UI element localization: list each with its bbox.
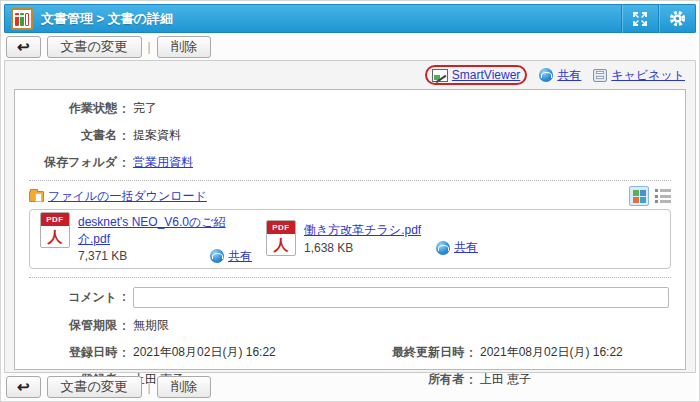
delete-button[interactable]: 削除	[157, 376, 212, 398]
settings-gear-icon	[669, 10, 686, 27]
change-document-button[interactable]: 文書の変更	[47, 36, 142, 58]
retention-row: 保管期限 : 無期限	[29, 312, 671, 339]
toolbar-separator: |	[148, 40, 151, 54]
registered-at-label: 登録日時	[29, 344, 117, 361]
file-size: 1,638 KB	[304, 241, 353, 255]
share-globe-icon	[539, 68, 553, 82]
toolbar-separator: |	[148, 380, 151, 394]
bulk-download-row: ファイルの一括ダウンロード	[29, 185, 671, 207]
retention-label: 保管期限	[29, 317, 117, 334]
view-toggles	[629, 186, 671, 206]
work-status-value: 完了	[133, 100, 157, 117]
tile-view-icon[interactable]	[629, 186, 649, 206]
file-share-link[interactable]: 共有	[228, 248, 252, 265]
smartviewer-highlight-ring: SmartViewer	[425, 65, 527, 85]
comment-label: コメント	[29, 289, 117, 306]
dotted-divider	[29, 277, 671, 278]
change-document-button[interactable]: 文書の変更	[47, 376, 142, 398]
work-status-label: 作業状態	[29, 100, 117, 117]
pdf-file-icon: PDF	[40, 212, 70, 248]
cabinet-icon	[593, 69, 607, 82]
owner-value: 上田 恵子	[480, 371, 531, 388]
share-globe-icon	[436, 241, 450, 255]
registered-at-value: 2021年08月02日(月) 16:22	[133, 344, 276, 361]
updated-at-label: 最終更新日時	[369, 344, 464, 361]
file-name-link[interactable]: desknet's NEO_V6.0のご紹介.pdf	[78, 214, 252, 248]
share-link[interactable]: 共有	[557, 67, 581, 84]
comment-input[interactable]	[133, 287, 669, 308]
file-name-link[interactable]: 働き方改革チラシ.pdf	[304, 222, 478, 239]
retention-value: 無期限	[133, 317, 169, 334]
work-status-row: 作業状態 : 完了	[29, 95, 671, 122]
folder-row: 保存フォルダ : 営業用資料	[29, 149, 671, 176]
settings-button[interactable]	[658, 4, 695, 33]
list-view-icon[interactable]	[655, 189, 671, 203]
title-bar: 文書管理 > 文書の詳細	[4, 4, 696, 33]
pdf-file-icon: PDF	[266, 220, 296, 256]
back-arrow-icon: ↩	[17, 38, 30, 56]
file-share-link[interactable]: 共有	[454, 239, 478, 256]
owner-label: 所有者	[369, 371, 464, 388]
document-name-label: 文書名	[29, 127, 117, 144]
file-entry: PDF 働き方改革チラシ.pdf 1,638 KB 共有	[266, 220, 478, 258]
document-detail-panel: 作業状態 : 完了 文書名 : 提案資料 保存フォルダ : 営業用資料 ファイル…	[14, 89, 686, 370]
cabinet-link[interactable]: キャビネット	[611, 67, 685, 84]
back-arrow-icon: ↩	[17, 378, 30, 396]
smartviewer-link[interactable]: SmartViewer	[452, 68, 520, 82]
content-area: SmartViewer 共有 キャビネット 作業状態 : 完了 文書名 : 提案…	[4, 60, 696, 373]
monitor-pen-icon	[432, 69, 448, 82]
dotted-divider	[29, 180, 671, 181]
document-name-value: 提案資料	[133, 127, 181, 144]
back-button[interactable]: ↩	[6, 36, 41, 58]
document-name-row: 文書名 : 提案資料	[29, 122, 671, 149]
delete-button[interactable]: 削除	[157, 36, 212, 58]
file-size: 7,371 KB	[78, 249, 127, 263]
page-title: 文書管理 > 文書の詳細	[41, 10, 621, 28]
folder-link[interactable]: 営業用資料	[133, 154, 193, 171]
share-globe-icon	[210, 249, 224, 263]
dates-row: 登録日時 : 2021年08月02日(月) 16:22 最終更新日時 : 202…	[29, 339, 671, 366]
file-entry: PDF desknet's NEO_V6.0のご紹介.pdf 7,371 KB …	[40, 212, 252, 267]
comment-row: コメント :	[29, 282, 671, 312]
attachment-box: PDF desknet's NEO_V6.0のご紹介.pdf 7,371 KB …	[29, 209, 671, 269]
updated-at-value: 2021年08月02日(月) 16:22	[480, 344, 623, 361]
document-binders-icon	[11, 8, 33, 30]
back-button[interactable]: ↩	[6, 376, 41, 398]
fullscreen-arrows-icon	[632, 11, 648, 27]
bulk-download-link[interactable]: ファイルの一括ダウンロード	[48, 188, 207, 205]
quick-links-row: SmartViewer 共有 キャビネット	[5, 61, 695, 89]
app-window: 文書管理 > 文書の詳細 ↩ 文書の変更 | 削除 SmartViewer	[0, 0, 700, 402]
top-toolbar: ↩ 文書の変更 | 削除	[4, 33, 696, 60]
fullscreen-button[interactable]	[621, 4, 658, 33]
folder-label: 保存フォルダ	[29, 154, 117, 171]
folder-file-icon	[29, 191, 44, 202]
